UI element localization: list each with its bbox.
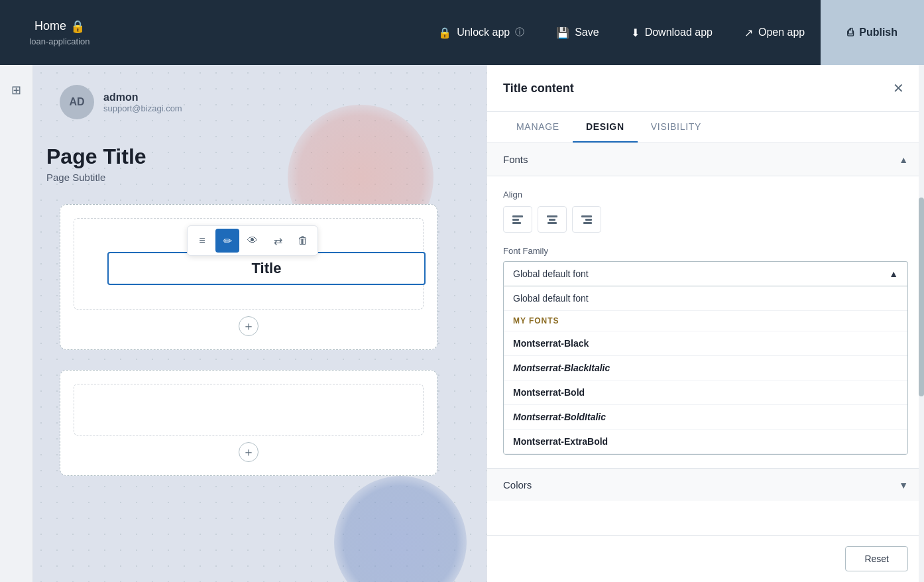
top-nav: Home 🔒 loan-application 🔒 Unlock app ⓘ 💾… — [0, 0, 924, 65]
fonts-chevron-up-icon[interactable]: ▲ — [899, 154, 908, 165]
user-name: admon — [103, 91, 182, 103]
svg-rect-0 — [512, 215, 523, 217]
canvas-area: AD admon support@bizagi.com Page Title P… — [33, 65, 487, 582]
main-layout: ⊞ AD admon support@bizagi.com Page Title… — [0, 65, 924, 582]
panel-tabs: MANAGE DESIGN VISIBILITY — [487, 112, 924, 143]
colors-section-title: Colors — [503, 479, 532, 491]
open-app-button[interactable]: ↗ Open app — [728, 0, 821, 65]
align-buttons — [503, 206, 908, 233]
font-list: Global default font MY FONTS Montserrat-… — [503, 286, 908, 455]
svg-rect-4 — [549, 219, 555, 221]
page-subtitle[interactable]: Page Subtitle — [46, 172, 146, 183]
tab-design[interactable]: DESIGN — [573, 112, 638, 143]
user-email: support@bizagi.com — [103, 103, 182, 113]
panel-scrollbar-thumb — [919, 198, 924, 396]
form-card-2: ＋ — [60, 370, 437, 476]
font-option-global[interactable]: Global default font — [504, 286, 907, 311]
align-label: Align — [503, 190, 908, 200]
toolbar-eye-btn[interactable]: 👁 — [241, 229, 264, 253]
tab-visibility[interactable]: VISIBILITY — [638, 112, 715, 143]
panel-title: Title content — [503, 82, 574, 95]
fonts-section-title: Fonts — [503, 154, 528, 165]
panel-header: Title content ✕ — [487, 65, 924, 112]
panel-scrollbar[interactable] — [919, 65, 924, 582]
align-center-button[interactable] — [538, 206, 567, 233]
panel-content: Fonts ▲ Align — [487, 143, 924, 535]
inner-card-1: ≡ ✏ 👁 ⇄ 🗑 Title — [74, 218, 424, 310]
title-field-wrapper[interactable]: ≡ ✏ 👁 ⇄ 🗑 Title — [107, 252, 426, 285]
download-icon: ⬇ — [631, 27, 640, 39]
left-sidebar: ⊞ — [0, 65, 33, 582]
lock-icon: 🔒 — [70, 19, 85, 34]
font-option-montserrat-blackitalic[interactable]: Montserrat-BlackItalic — [504, 356, 907, 380]
add-button-2[interactable]: ＋ — [239, 442, 259, 462]
sidebar-toggle-icon[interactable]: ⊞ — [5, 78, 29, 102]
inner-card-2 — [74, 384, 424, 436]
svg-rect-3 — [547, 215, 557, 217]
toolbar-link-btn[interactable]: ⇄ — [266, 229, 290, 253]
canvas-user-header: AD admon support@bizagi.com — [60, 85, 182, 119]
font-option-montserrat-bold[interactable]: Montserrat-Bold — [504, 380, 907, 405]
publish-icon: ⎙ — [847, 27, 854, 38]
selected-font-label: Global default font — [513, 268, 589, 279]
panel-footer: Reset — [487, 535, 924, 582]
align-right-button[interactable] — [572, 206, 601, 233]
svg-rect-7 — [585, 219, 592, 221]
svg-rect-5 — [548, 222, 557, 224]
nav-home: Home 🔒 loan-application — [7, 19, 113, 46]
svg-rect-2 — [512, 222, 521, 224]
colors-section-header[interactable]: Colors ▼ — [487, 469, 924, 501]
reset-button[interactable]: Reset — [845, 546, 908, 571]
open-icon: ↗ — [744, 27, 753, 39]
toolbar-settings-btn[interactable]: ≡ — [190, 229, 214, 253]
nav-subtitle: loan-application — [29, 36, 89, 46]
font-option-montserrat-black[interactable]: Montserrat-Black — [504, 331, 907, 356]
nav-actions: 🔒 Unlock app ⓘ 💾 Save ⬇ Download app ↗ O… — [422, 0, 924, 65]
unlock-app-button[interactable]: 🔒 Unlock app ⓘ — [422, 0, 540, 65]
info-icon: ⓘ — [515, 27, 524, 38]
title-toolbar: ≡ ✏ 👁 ⇄ 🗑 — [187, 225, 318, 256]
colors-section: Colors ▼ — [487, 468, 924, 501]
svg-rect-8 — [583, 222, 592, 224]
font-section-my-fonts: MY FONTS — [504, 311, 907, 331]
svg-rect-1 — [512, 219, 519, 221]
page-title-block: Page Title Page Subtitle — [46, 145, 146, 183]
fonts-content: Align — [487, 176, 924, 468]
tab-manage[interactable]: MANAGE — [503, 112, 573, 143]
align-left-button[interactable] — [503, 206, 532, 233]
font-family-label: Font Family — [503, 246, 908, 256]
publish-button[interactable]: ⎙ Publish — [821, 0, 924, 65]
svg-rect-6 — [581, 215, 592, 217]
fonts-section-header[interactable]: Fonts ▲ — [487, 143, 924, 176]
close-panel-button[interactable]: ✕ — [888, 78, 908, 98]
toolbar-delete-btn[interactable]: 🗑 — [291, 229, 315, 253]
add-button-1[interactable]: ＋ — [239, 316, 259, 336]
home-label: Home — [34, 19, 66, 33]
chevron-up-icon: ▲ — [889, 268, 898, 279]
nav-home-title[interactable]: Home 🔒 — [34, 19, 85, 34]
save-button[interactable]: 💾 Save — [540, 0, 614, 65]
lock-nav-icon: 🔒 — [438, 27, 451, 39]
form-card-1: ≡ ✏ 👁 ⇄ 🗑 Title ＋ — [60, 204, 437, 350]
user-info: admon support@bizagi.com — [103, 91, 182, 113]
font-family-dropdown: Global default font ▲ Global default fon… — [503, 261, 908, 455]
page-title[interactable]: Page Title — [46, 145, 146, 169]
download-app-button[interactable]: ⬇ Download app — [615, 0, 728, 65]
right-panel: Title content ✕ MANAGE DESIGN VISIBILITY… — [487, 65, 924, 582]
avatar: AD — [60, 85, 94, 119]
colors-chevron-down-icon[interactable]: ▼ — [899, 480, 908, 491]
toolbar-edit-btn[interactable]: ✏ — [215, 229, 239, 253]
font-family-selector[interactable]: Global default font ▲ — [503, 261, 908, 286]
title-input[interactable]: Title — [107, 252, 426, 285]
font-option-montserrat-bolditalic[interactable]: Montserrat-BoldItalic — [504, 405, 907, 430]
font-option-montserrat-extrabold[interactable]: Montserrat-ExtraBold — [504, 430, 907, 454]
save-icon: 💾 — [556, 27, 569, 39]
